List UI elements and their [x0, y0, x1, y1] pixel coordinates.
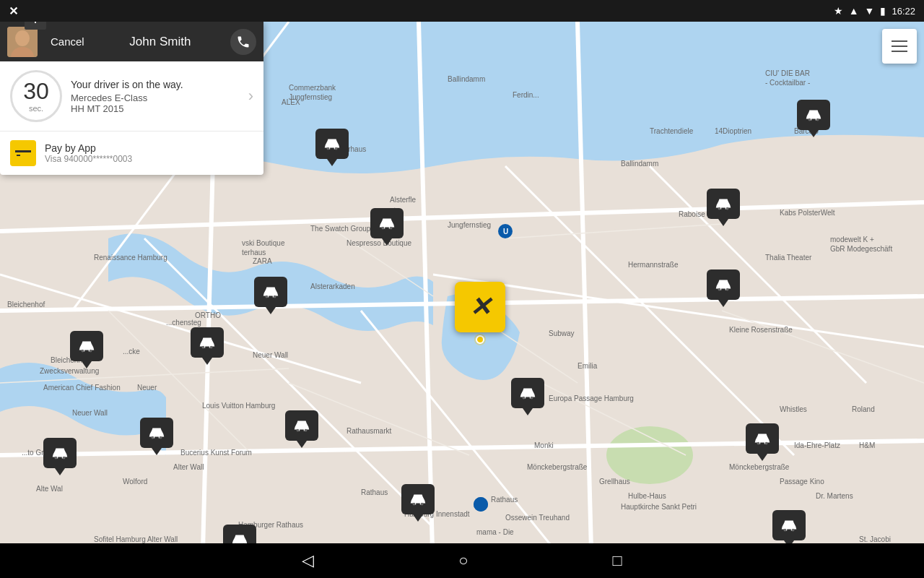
svg-text:Ballindamm: Ballindamm [448, 75, 485, 83]
svg-point-114 [266, 296, 269, 298]
svg-point-1 [606, 426, 693, 484]
svg-rect-144 [15, 150, 31, 152]
svg-text:Neuer Wall: Neuer Wall [253, 351, 288, 359]
menu-button[interactable] [882, 29, 917, 64]
svg-point-105 [474, 497, 488, 512]
svg-text:Raboise: Raboise [679, 210, 705, 218]
svg-point-122 [718, 288, 721, 291]
svg-point-129 [765, 442, 768, 445]
car-marker[interactable] [370, 208, 404, 246]
app-logo-marker: ✕ [455, 282, 505, 332]
arrival-timer: 30 sec. [10, 70, 62, 122]
svg-text:CIU' DIE BAR: CIU' DIE BAR [765, 69, 810, 77]
payment-method-label: Pay by App [45, 142, 132, 154]
svg-text:Jungfernstieg: Jungfernstieg [289, 93, 332, 101]
svg-point-120 [523, 397, 526, 400]
svg-text:Ferdin...: Ferdin... [513, 91, 539, 99]
car-marker[interactable] [191, 327, 224, 365]
svg-text:American Chief Fashion: American Chief Fashion [43, 384, 121, 392]
svg-point-111 [390, 227, 393, 230]
svg-text:Bucerius Kunst Forum: Bucerius Kunst Forum [180, 449, 252, 457]
navigation-bar: ◁ ○ □ [0, 543, 924, 578]
car-marker[interactable] [285, 410, 318, 448]
back-button[interactable]: ◁ [302, 551, 314, 570]
svg-text:Thalia Theater: Thalia Theater [765, 254, 812, 262]
driver-status-text: Your driver is on the way. [71, 79, 240, 90]
svg-text:Kabs PolsterWelt: Kabs PolsterWelt [780, 209, 835, 217]
car-marker[interactable] [511, 378, 544, 415]
svg-text:Sofitel Hamburg Alter Wall: Sofitel Hamburg Alter Wall [94, 535, 178, 543]
car-marker[interactable] [315, 129, 349, 166]
cancel-button[interactable]: Cancel [45, 31, 90, 52]
svg-point-108 [808, 118, 811, 121]
svg-text:Rathaus: Rathaus [361, 488, 388, 496]
timer-value: 30 [23, 79, 49, 103]
car-marker[interactable] [401, 484, 435, 522]
app-icon: ✕ [9, 4, 18, 18]
svg-text:14Dioptrien: 14Dioptrien [715, 127, 751, 135]
svg-text:Alsterfle: Alsterfle [390, 196, 417, 204]
car-marker[interactable] [707, 189, 740, 226]
svg-point-128 [757, 442, 760, 445]
svg-point-109 [816, 118, 819, 121]
svg-point-113 [726, 207, 729, 210]
battery-icon: ▮ [880, 5, 886, 17]
car-marker[interactable] [772, 510, 806, 548]
svg-text:Grellhaus: Grellhaus [599, 478, 630, 486]
driver-overlay-panel: Cancel John Smith 30 sec. Your driver is… [0, 22, 263, 175]
hamburger-icon [892, 40, 907, 52]
svg-text:Jungfernstieg: Jungfernstieg [448, 221, 491, 229]
svg-text:Subway: Subway [549, 329, 575, 337]
car-plate-text: HH MT 2015 [71, 103, 240, 114]
bluetooth-icon: ★ [834, 5, 843, 17]
svg-text:Roland: Roland [852, 405, 875, 413]
map-container: Jungfernstieg ALEX Ballindamm Ballindamm… [0, 22, 924, 578]
svg-point-126 [297, 429, 300, 432]
svg-text:Mönckebergstraße: Mönckebergstraße [527, 463, 588, 471]
svg-text:terhaus: terhaus [242, 249, 266, 256]
svg-text:Louis Vuitton Hamburg: Louis Vuitton Hamburg [202, 402, 275, 410]
svg-text:Kleine Rosenstraße: Kleine Rosenstraße [729, 326, 793, 334]
svg-point-107 [335, 147, 338, 150]
car-marker[interactable] [797, 100, 830, 137]
svg-rect-145 [17, 155, 20, 156]
svg-text:Dr. Martens: Dr. Martens [816, 492, 853, 500]
recents-button[interactable]: □ [613, 551, 622, 570]
svg-point-130 [55, 457, 58, 460]
svg-text:Mönckebergstraße: Mönckebergstraße [729, 463, 790, 471]
svg-text:Trachtendiele: Trachtendiele [650, 127, 694, 135]
home-button[interactable]: ○ [458, 551, 468, 570]
timer-unit: sec. [29, 104, 43, 113]
car-marker[interactable] [43, 438, 77, 475]
svg-point-106 [327, 147, 330, 150]
svg-point-131 [63, 457, 66, 460]
svg-point-110 [382, 227, 385, 230]
svg-text:Ossewein Treuhand: Ossewein Treuhand [505, 514, 570, 522]
svg-text:Hauptkirche Sankt Petri: Hauptkirche Sankt Petri [621, 503, 697, 511]
svg-text:Monki: Monki [534, 441, 554, 449]
svg-text:Hulbe-Haus: Hulbe-Haus [628, 492, 666, 500]
svg-text:Commerzbank: Commerzbank [289, 84, 336, 92]
svg-point-139 [15, 30, 30, 46]
driver-name-label: John Smith [97, 35, 223, 49]
info-arrow-icon[interactable]: › [248, 87, 253, 105]
svg-text:Europa Passage Hamburg: Europa Passage Hamburg [549, 394, 634, 402]
svg-text:Bleichenhof: Bleichenhof [7, 301, 45, 309]
add-contact-button[interactable] [25, 22, 46, 30]
car-marker[interactable] [70, 331, 103, 368]
car-marker[interactable] [254, 277, 287, 314]
svg-text:The Swatch Group: The Swatch Group [310, 225, 371, 233]
svg-text:Renaissance Hamburg: Renaissance Hamburg [94, 254, 167, 262]
phone-button[interactable] [230, 29, 256, 55]
car-marker[interactable] [707, 269, 740, 307]
svg-text:U: U [503, 228, 508, 236]
payment-icon [10, 140, 36, 166]
svg-text:Ida-Ehre-Platz: Ida-Ehre-Platz [794, 441, 840, 449]
svg-point-127 [305, 429, 308, 432]
car-marker[interactable] [140, 418, 173, 455]
driver-details: Your driver is on the way. Mercedes E-Cl… [71, 79, 240, 114]
car-marker[interactable] [746, 423, 779, 461]
svg-point-136 [784, 529, 787, 532]
svg-text:- Cocktailbar -: - Cocktailbar - [765, 79, 810, 87]
svg-text:Alter Wall: Alter Wall [173, 463, 204, 471]
